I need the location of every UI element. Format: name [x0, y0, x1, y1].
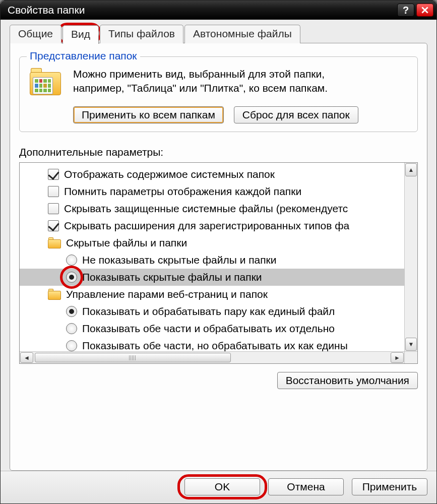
apply-to-all-folders-button[interactable]: Применить ко всем папкам [73, 106, 224, 123]
group-legend: Представление папок [27, 50, 140, 62]
folder-views-icon [28, 67, 63, 97]
radio-wrap [66, 272, 77, 283]
option-label: Показывать и обрабатывать пару как едины… [82, 305, 335, 318]
window-title: Свойства папки [8, 4, 395, 16]
tab-panel-view: Представление папок Можно применить вид,… [10, 43, 427, 471]
help-button[interactable]: ? [397, 4, 414, 17]
vscroll-track[interactable] [405, 177, 417, 337]
tab-offline[interactable]: Автономные файлы [184, 25, 300, 43]
radio[interactable] [66, 306, 77, 317]
scrollbar-corner [404, 351, 417, 363]
checkbox[interactable] [48, 203, 59, 214]
option-label: Отображать содержимое системных папок [64, 168, 275, 180]
option-label: Показывать обе части и обрабатывать их о… [82, 323, 335, 335]
vertical-scrollbar[interactable]: ▲ ▼ [404, 163, 417, 351]
cancel-button[interactable]: Отмена [268, 478, 344, 495]
option-row[interactable]: Отображать содержимое системных папок [20, 166, 417, 183]
folder-options-dialog: Свойства папки ? Общие Вид Типы файлов А… [0, 0, 437, 504]
folder-icon [48, 237, 61, 248]
scroll-right-button[interactable]: ► [391, 352, 404, 363]
group-text-line1: Можно применить вид, выбранный для этой … [73, 68, 325, 80]
option-row[interactable]: Помнить параметры отображения каждой пап… [20, 183, 417, 200]
radio[interactable] [66, 255, 77, 266]
reset-all-folders-button[interactable]: Сброс для всех папок [234, 106, 358, 123]
tab-view[interactable]: Вид [63, 25, 99, 44]
scroll-up-button[interactable]: ▲ [405, 163, 417, 176]
tab-general[interactable]: Общие [10, 25, 61, 43]
hscroll-track[interactable] [34, 352, 390, 363]
radio[interactable] [66, 323, 77, 334]
close-button[interactable] [416, 4, 433, 17]
checkbox[interactable] [48, 186, 59, 197]
scroll-left-button[interactable]: ◄ [20, 352, 33, 363]
option-label: Показывать скрытые файлы и папки [82, 271, 262, 283]
option-label: Показывать обе части, но обрабатывать их… [82, 340, 348, 352]
tab-strip: Общие Вид Типы файлов Автономные файлы [10, 25, 427, 43]
horizontal-scrollbar[interactable]: ◄ ► [20, 351, 404, 363]
option-label: Скрывать защищенные системные файлы (рек… [64, 203, 348, 215]
option-label: Управление парами веб-страниц и папок [66, 288, 268, 300]
hscroll-thumb[interactable] [35, 353, 231, 362]
restore-defaults-button[interactable]: Восстановить умолчания [277, 372, 418, 389]
option-label: Помнить параметры отображения каждой пап… [64, 185, 301, 198]
option-label: Скрывать расширения для зарегистрированн… [64, 220, 349, 232]
tab-filetypes[interactable]: Типы файлов [100, 25, 183, 43]
option-label: Не показывать скрытые файлы и папки [82, 254, 277, 266]
option-row[interactable]: Не показывать скрытые файлы и папки [20, 251, 417, 269]
option-row[interactable]: Показывать обе части и обрабатывать их о… [20, 320, 417, 337]
option-row[interactable]: Показывать и обрабатывать пару как едины… [20, 303, 417, 320]
folder-views-group: Представление папок Можно применить вид,… [19, 56, 418, 132]
checkbox[interactable] [48, 169, 59, 180]
advanced-settings-label: Дополнительные параметры: [19, 146, 418, 158]
option-row[interactable]: Показывать скрытые файлы и папки [20, 269, 417, 286]
option-row[interactable]: Скрывать защищенные системные файлы (рек… [20, 200, 417, 217]
option-row[interactable]: Скрывать расширения для зарегистрированн… [20, 217, 417, 234]
dialog-footer: OK Отмена Применить [1, 471, 436, 503]
group-description: Можно применить вид, выбранный для этой … [73, 67, 328, 97]
checkbox[interactable] [48, 220, 59, 231]
titlebar: Свойства папки ? [1, 1, 436, 20]
group-text-line2: например, "Таблица" или "Плитка", ко все… [73, 82, 328, 94]
folder-icon [48, 289, 61, 300]
ok-button[interactable]: OK [184, 478, 260, 495]
option-row[interactable]: Скрытые файлы и папки [20, 234, 417, 251]
advanced-settings-list[interactable]: Отображать содержимое системных папокПом… [19, 162, 418, 364]
dialog-body: Общие Вид Типы файлов Автономные файлы П… [1, 20, 436, 471]
radio[interactable] [66, 340, 77, 351]
option-row[interactable]: Управление парами веб-страниц и папок [20, 286, 417, 303]
scroll-down-button[interactable]: ▼ [405, 338, 417, 351]
option-label: Скрытые файлы и папки [66, 237, 187, 249]
apply-button[interactable]: Применить [352, 478, 427, 495]
radio[interactable] [66, 272, 77, 283]
